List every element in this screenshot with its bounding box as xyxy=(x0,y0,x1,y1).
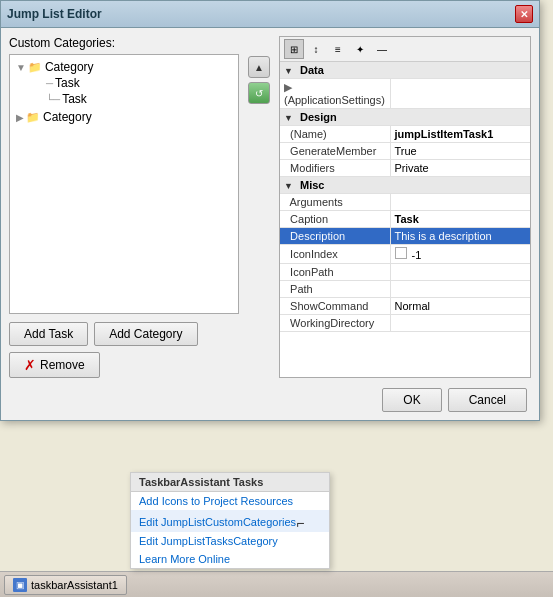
prop-name: ShowCommand xyxy=(280,298,390,315)
prop-name: Description xyxy=(280,228,390,245)
add-task-button[interactable]: Add Task xyxy=(9,322,88,346)
taskbar-app-button[interactable]: ▣ taskbarAssistant1 xyxy=(4,575,127,595)
prop-name: IconPath xyxy=(280,264,390,281)
prop-name: WorkingDirectory xyxy=(280,315,390,332)
prop-value-modifiers: Private xyxy=(390,160,530,177)
up-arrow-button[interactable]: ▲ xyxy=(248,56,270,78)
prop-name: ▶ (ApplicationSettings) xyxy=(280,79,390,109)
prop-value-name: jumpListItemTask1 xyxy=(390,126,530,143)
prop-row-generatemember[interactable]: GenerateMember True xyxy=(280,143,530,160)
remove-button[interactable]: ✗ Remove xyxy=(9,352,100,378)
panel-item-add-icons[interactable]: Add Icons to Project Resources xyxy=(131,492,329,510)
taskbar-panel-header: TaskbarAssistant Tasks xyxy=(131,473,329,492)
tree-container[interactable]: ▼ 📁 Category ─ Task └─ Task xyxy=(9,54,239,314)
tree-item-label: Category xyxy=(45,60,94,74)
prop-row-arguments[interactable]: Arguments xyxy=(280,194,530,211)
folder-icon: 📁 xyxy=(28,61,42,74)
properties-panel: ⊞ ↕ ≡ ✦ — ▼ Data xyxy=(279,36,531,378)
properties-table: ▼ Data ▶ (ApplicationSettings) xyxy=(280,62,530,332)
prop-value-iconindex: -1 xyxy=(390,245,530,264)
prop-name: (Name) xyxy=(280,126,390,143)
prop-name: Modifiers xyxy=(280,160,390,177)
prop-value-showcommand: Normal xyxy=(390,298,530,315)
cursor-icon: ⌐ xyxy=(296,515,304,531)
tree-item-label: Task xyxy=(62,92,87,106)
prop-row-description[interactable]: Description This is a description xyxy=(280,228,530,245)
prop-row-showcommand[interactable]: ShowCommand Normal xyxy=(280,298,530,315)
section-toggle: ▼ xyxy=(284,113,293,123)
prop-row-iconindex[interactable]: IconIndex -1 xyxy=(280,245,530,264)
prop-value-iconpath xyxy=(390,264,530,281)
section-toggle: ▼ xyxy=(284,66,293,76)
taskbar-bottom: ▣ taskbarAssistant1 xyxy=(0,571,553,597)
tree-item-label: Category xyxy=(43,110,92,124)
section-data-header[interactable]: ▼ Data xyxy=(280,62,530,79)
grid-view-button[interactable]: ⊞ xyxy=(284,39,304,59)
prop-value-generatemember: True xyxy=(390,143,530,160)
taskbar-assistant-panel: TaskbarAssistant Tasks Add Icons to Proj… xyxy=(130,472,330,569)
tree-connector: ─ xyxy=(46,78,53,89)
left-panel: Custom Categories: ▼ 📁 Category ─ Task xyxy=(9,36,239,378)
section-data-label: Data xyxy=(300,64,324,76)
section-misc-header[interactable]: ▼ Misc xyxy=(280,177,530,194)
cancel-button[interactable]: Cancel xyxy=(448,388,527,412)
prop-row-workingdirectory[interactable]: WorkingDirectory xyxy=(280,315,530,332)
tree-connector: └─ xyxy=(46,94,60,105)
prop-name: Path xyxy=(280,281,390,298)
tree-item-task1[interactable]: ─ Task xyxy=(14,75,234,91)
prop-row-path[interactable]: Path xyxy=(280,281,530,298)
prop-name: GenerateMember xyxy=(280,143,390,160)
tree-item-label: Task xyxy=(55,76,80,90)
icon-square xyxy=(395,247,407,259)
section-design-header[interactable]: ▼ Design xyxy=(280,109,530,126)
tree-item-category2[interactable]: ▶ 📁 Category xyxy=(14,109,234,125)
prop-row-caption[interactable]: Caption Task xyxy=(280,211,530,228)
prop-row-appsettings[interactable]: ▶ (ApplicationSettings) xyxy=(280,79,530,109)
dialog-title: Jump List Editor xyxy=(7,7,102,21)
folder-icon: 📁 xyxy=(26,111,40,124)
prop-row-name[interactable]: (Name) jumpListItemTask1 xyxy=(280,126,530,143)
prop-name: Caption xyxy=(280,211,390,228)
section-toggle: ▼ xyxy=(284,181,293,191)
panel-item-learn-more[interactable]: Learn More Online xyxy=(131,550,329,568)
side-arrows: ▲ ↺ xyxy=(245,36,273,378)
prop-name: Arguments xyxy=(280,194,390,211)
remove-icon: ✗ xyxy=(24,357,36,373)
ok-button[interactable]: OK xyxy=(382,388,441,412)
dialog-content: Custom Categories: ▼ 📁 Category ─ Task xyxy=(1,28,539,420)
tree-connector: ▶ xyxy=(16,112,24,123)
sort-az-button[interactable]: ↕ xyxy=(306,39,326,59)
refresh-button[interactable]: ↺ xyxy=(248,82,270,104)
dialog-buttons: OK Cancel xyxy=(9,388,531,412)
section-design-label: Design xyxy=(300,111,337,123)
tree-item-category1[interactable]: ▼ 📁 Category xyxy=(14,59,234,75)
prop-value xyxy=(390,79,530,109)
filter-button[interactable]: ✦ xyxy=(350,39,370,59)
add-category-button[interactable]: Add Category xyxy=(94,322,197,346)
panel-item-edit-tasks[interactable]: Edit JumpListTasksCategory xyxy=(131,532,329,550)
taskbar-app-icon: ▣ xyxy=(13,578,27,592)
close-button[interactable]: ✕ xyxy=(515,5,533,23)
prop-value-description: This is a description xyxy=(390,228,530,245)
prop-row-iconpath[interactable]: IconPath xyxy=(280,264,530,281)
custom-categories-label: Custom Categories: xyxy=(9,36,239,50)
tree-connector: ▼ xyxy=(16,62,26,73)
prop-name: IconIndex xyxy=(280,245,390,264)
section-misc-label: Misc xyxy=(300,179,324,191)
panel-item-edit-custom[interactable]: Edit JumpListCustomCategories⌐ xyxy=(131,510,329,532)
tree-item-task2[interactable]: └─ Task xyxy=(14,91,234,107)
prop-value-path xyxy=(390,281,530,298)
taskbar-app-label: taskbarAssistant1 xyxy=(31,579,118,591)
dialog-window: Jump List Editor ✕ Custom Categories: ▼ … xyxy=(0,0,540,421)
prop-row-modifiers[interactable]: Modifiers Private xyxy=(280,160,530,177)
prop-value-caption: Task xyxy=(390,211,530,228)
pin-button[interactable]: — xyxy=(372,39,392,59)
main-area: Custom Categories: ▼ 📁 Category ─ Task xyxy=(9,36,531,378)
prop-value-workingdirectory xyxy=(390,315,530,332)
button-area: Add Task Add Category ✗ Remove xyxy=(9,322,239,378)
list-view-button[interactable]: ≡ xyxy=(328,39,348,59)
props-toolbar: ⊞ ↕ ≡ ✦ — xyxy=(280,37,530,62)
prop-value-arguments xyxy=(390,194,530,211)
title-bar: Jump List Editor ✕ xyxy=(1,1,539,28)
